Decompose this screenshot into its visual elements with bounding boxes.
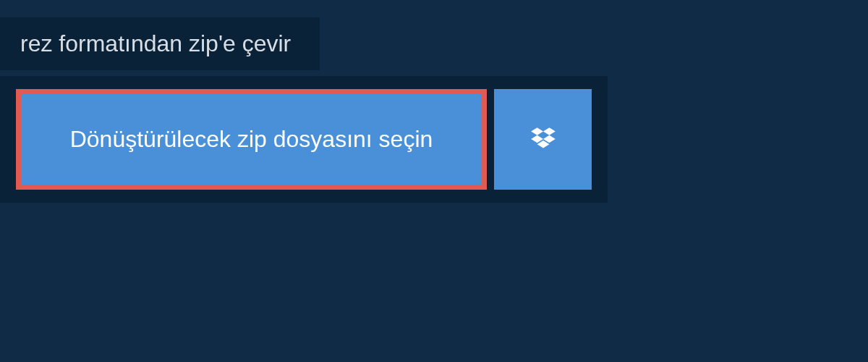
conversion-tab[interactable]: rez formatından zip'e çevir	[0, 17, 320, 70]
main-container: rez formatından zip'e çevir Dönüştürülec…	[0, 0, 868, 362]
dropbox-button[interactable]	[494, 89, 592, 190]
select-file-label: Dönüştürülecek zip dosyasını seçin	[70, 126, 433, 153]
upload-panel: Dönüştürülecek zip dosyasını seçin	[0, 76, 608, 203]
select-file-button[interactable]: Dönüştürülecek zip dosyasını seçin	[16, 89, 487, 190]
upload-row: Dönüştürülecek zip dosyasını seçin	[16, 89, 592, 190]
dropbox-icon	[528, 125, 558, 155]
tab-label: rez formatından zip'e çevir	[20, 30, 291, 56]
